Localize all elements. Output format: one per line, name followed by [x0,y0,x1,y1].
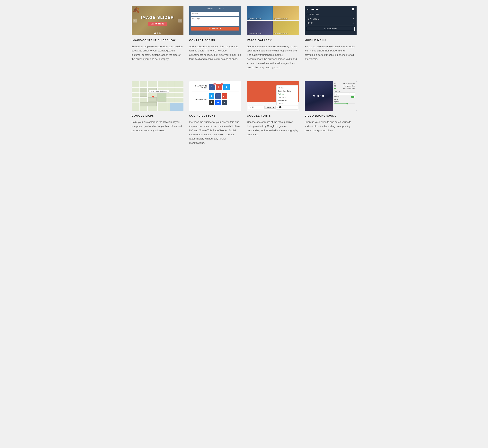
bg-color-radio-icon[interactable] [334,85,336,87]
slider-next-arrow[interactable]: › [178,19,182,23]
menu-brand-row: MOBIRISE ☰ [307,8,355,11]
social-preview: SHARE THIS PAGE! f 192 g+ 47 t [189,81,241,111]
font-option-pt-sans[interactable]: PT Sans [277,86,298,89]
card-social-desc: Increase the number of your site visitor… [189,120,241,145]
toolbar-icon-2[interactable]: ▣ [252,106,254,108]
follow-tumblr-button[interactable]: t [222,100,227,105]
share-buttons: f 192 g+ 47 t [209,84,230,90]
card-social-buttons: SHARE THIS PAGE! f 192 g+ 47 t [189,81,241,145]
share-facebook-button[interactable]: f 192 [209,84,215,90]
opacity-slider-bar[interactable] [334,104,355,104]
slider-preview: 🍂 IMAGE SLIDER LEARN MORE ‹ › [132,6,184,35]
menu-item-help-label: HELP [307,22,313,24]
bg-image-label: Background Image [343,83,355,84]
bg-color-label: Background Color [344,85,355,87]
card-gallery-desc: Demonstrate your images in masonry mobil… [247,44,299,70]
bg-image-radio [334,83,336,85]
follow-label: FOLLOW US [192,98,207,100]
learn-more-button[interactable]: LEARN MORE [148,22,167,26]
card-gallery-title: IMAGE GALLERY [247,39,299,42]
card-contact-desc: Add a subscribe or contact form to your … [189,44,241,61]
contact-form-widget: CONTACT FORM CONTACT US [189,6,241,35]
gallery-bg-2: Type caption here [273,6,299,20]
map-tooltip-text: Empire State Building [151,90,166,92]
hamburger-icon[interactable]: ☰ [352,8,355,11]
slider-dot-2[interactable] [157,32,158,34]
slider-dot-1[interactable] [154,32,156,34]
map-road-v4 [167,81,168,111]
gallery-caption-3: Type caption here [248,33,262,34]
bg-video-label: Background Video [343,88,355,89]
bg-image-radio-icon[interactable] [334,83,336,84]
follow-facebook-button[interactable]: f [215,93,221,99]
menu-item-overview-label: OVERVIEW [307,14,320,16]
card-image-gallery: Type caption here Type caption here Type… [247,6,299,70]
menu-item-features[interactable]: FEATURES ▼ [307,17,355,21]
slider-dot-3[interactable] [159,32,160,34]
font-color-picker[interactable] [279,106,281,108]
font-option-ubuntu[interactable]: Ubuntu [277,102,298,105]
menu-item-overview[interactable]: OVERVIEW [307,13,355,17]
menu-download-button[interactable]: DOWNLOAD [307,27,355,31]
contact-submit-button[interactable]: CONTACT US [191,27,239,31]
card-video-desc: Liven up your website and catch your sit… [305,120,357,132]
follow-github-button[interactable]: ♜ [209,100,214,105]
gallery-caption-2: Type caption here [274,18,288,20]
card-video-title: VIDEO BACKGROUND [305,114,357,117]
font-option-raleway[interactable]: Raleway [277,93,298,96]
slider-heading: IMAGE SLIDER [141,15,174,20]
follow-twitter-button[interactable]: t [209,93,214,99]
social-widget: SHARE THIS PAGE! f 192 g+ 47 t [189,81,241,111]
feature-grid-row1: 🍂 IMAGE SLIDER LEARN MORE ‹ › IMAGE/CONT… [132,6,357,70]
video-bg-color-row: Background Color [334,85,355,87]
font-option-montserrat[interactable]: Montserrat [277,99,298,102]
card-slideshow-title: IMAGE/CONTENT SLIDESHOW [132,39,184,42]
map-tooltip-close[interactable]: × [166,90,167,92]
font-family-select[interactable]: Raleway [264,106,276,109]
card-google-maps: 📍 Empire State Building × GOOGLE MAPS Po… [132,81,184,145]
share-twitter-button[interactable]: t [223,84,230,90]
map-block-3 [140,93,147,97]
toolbar-icon-6[interactable]: ⋯ [262,106,264,108]
card-maps-title: GOOGLE MAPS [132,114,184,117]
slider-prev-arrow[interactable]: ‹ [133,19,137,23]
video-widget: VIDEO Background Image Background Color … [305,81,357,111]
gallery-cell-1[interactable]: Type caption here [247,6,273,20]
map-water [170,103,184,111]
toolbar-icon-1[interactable]: ✎ [249,106,251,108]
toolbar-icon-3[interactable]: ≡ [255,106,256,108]
card-video-bg: VIDEO Background Image Background Color … [305,81,357,145]
share-googleplus-button[interactable]: g+ 47 [216,84,222,90]
video-main-area: VIDEO [305,81,333,111]
card-menu-desc: Horizontal site menu folds itself into a… [305,44,357,61]
font-option-opensans[interactable]: Open Sans Con... [277,89,298,93]
video-bg-image-row: Background Image [334,83,355,85]
follow-buttons: t f g+ ♜ Be t [209,93,230,105]
bg-video-radio-icon[interactable] [334,88,336,89]
contact-name-input[interactable] [191,12,239,16]
mobile-menu-preview: MOBIRISE ☰ OVERVIEW FEATURES ▼ HELP ▼ DO… [305,6,357,35]
overlay-toggle[interactable] [351,96,355,98]
gallery-cell-2[interactable]: Type caption here [273,6,299,20]
gallery-cell-3[interactable]: Type caption here [247,21,273,35]
menu-item-help-arrow: ▼ [352,22,354,24]
toolbar-icon-4[interactable]: ≡ [257,106,259,108]
toolbar-icon-5[interactable]: ≡ [259,106,261,108]
card-maps-desc: Point your customers in the location of … [132,120,184,132]
follow-behance-button[interactable]: Be [215,100,221,105]
googleplus-badge: 47 [221,83,223,86]
opacity-slider-fill [334,104,347,104]
card-menu-title: MOBILE MENU [305,39,357,42]
follow-googleplus-button[interactable]: g+ [222,93,227,99]
youtube-url-input[interactable] [334,93,355,95]
facebook-badge: 192 [213,83,216,86]
menu-brand-name: MOBIRISE [307,8,319,11]
color-label: Color [334,98,338,100]
contact-message-input[interactable] [191,17,239,26]
menu-item-help[interactable]: HELP ▼ [307,21,355,25]
font-option-droid-sans[interactable]: Droid Sans [277,96,298,99]
gallery-cell-4[interactable]: Type caption here [273,21,299,35]
opacity-slider-knob[interactable] [346,103,348,104]
mobile-menu-widget: MOBIRISE ☰ OVERVIEW FEATURES ▼ HELP ▼ DO… [305,6,357,35]
menu-item-features-label: FEATURES [307,18,320,20]
